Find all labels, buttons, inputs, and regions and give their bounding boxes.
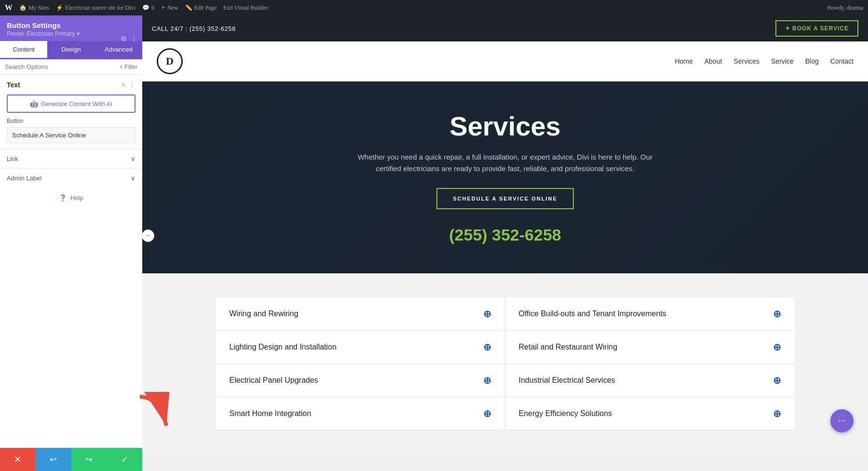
service-item[interactable]: Energy Efficiency Solutions ⊕ [505, 397, 795, 431]
service-item[interactable]: Smart Home Integration ⊕ [216, 397, 505, 431]
tab-content[interactable]: Content [0, 41, 47, 59]
filter-button[interactable]: + Filter [120, 64, 137, 70]
button-text-input[interactable] [7, 127, 136, 143]
panel-title: Button Settings [7, 21, 136, 29]
phone-number: CALL 24/7 : (255) 352-6258 [152, 25, 236, 32]
nav-links: Home About Services Service Blog Contact [675, 57, 854, 65]
more-icon[interactable]: ⋮ [131, 35, 137, 43]
main-content: CALL 24/7 : (255) 352-6258 ✦ BOOK A SERV… [142, 15, 868, 455]
panel-header-icons: ⚙ ⋮ [121, 35, 137, 43]
nav-blog[interactable]: Blog [805, 57, 819, 65]
panel-search-row: + Filter [0, 59, 142, 75]
chevron-down-icon: ∨ [131, 155, 136, 162]
admin-label-section[interactable]: Admin Label ∨ [0, 168, 142, 188]
nav-services[interactable]: Services [733, 57, 760, 65]
service-label: Electrical Panel Upgrades [230, 376, 318, 385]
exit-builder-link[interactable]: Exit Visual Builder [223, 4, 268, 12]
comment-icon: 💬 [142, 4, 149, 12]
check-icon: ✓ [121, 454, 128, 455]
panel-toggle[interactable]: ↔ [142, 229, 154, 242]
service-label: Office Build-outs and Tenant Improvement… [519, 310, 666, 318]
pencil-icon: ✏️ [185, 4, 192, 12]
services-section: Wiring and Rewiring ⊕ Office Build-outs … [142, 273, 868, 455]
cancel-button[interactable]: ✕ [0, 448, 36, 455]
redo-button[interactable]: ↪ [71, 448, 107, 455]
nav-contact[interactable]: Contact [830, 57, 854, 65]
hero-cta-button[interactable]: SCHEDULE A SERVICE ONLINE [436, 188, 573, 209]
left-panel: Button Settings Preset: Electrician Prim… [0, 15, 142, 455]
ai-generate-button[interactable]: 🤖 Generate Content With AI [7, 94, 136, 113]
howdy-text: Howdy, deanna [827, 4, 863, 12]
text-section: Text ∧ ⋮ 🤖 Generate Content With AI Butt… [0, 75, 142, 149]
service-label: Retail and Restaurant Wiring [519, 343, 618, 351]
wp-icon[interactable]: W [5, 3, 13, 12]
service-label: Wiring and Rewiring [230, 310, 298, 318]
section-controls: ∧ ⋮ [121, 81, 136, 89]
service-label: Lighting Design and Installation [230, 343, 337, 351]
admin-bar-right: Howdy, deanna [827, 4, 863, 12]
undo-button[interactable]: ↩ [36, 448, 71, 455]
top-bar: CALL 24/7 : (255) 352-6258 ✦ BOOK A SERV… [142, 15, 868, 41]
site-logo: D [157, 48, 183, 74]
collapse-icon[interactable]: ∧ [121, 81, 126, 89]
edit-page-link[interactable]: ✏️ Edit Page [185, 4, 217, 12]
service-item[interactable]: Industrial Electrical Services ⊕ [505, 364, 795, 397]
service-item[interactable]: Wiring and Rewiring ⊕ [216, 297, 505, 331]
chevron-down-icon: ∨ [131, 175, 136, 182]
hero-description: Whether you need a quick repair, a full … [356, 151, 655, 175]
button-field-label: Button [7, 118, 136, 124]
link-section[interactable]: Link ∨ [0, 149, 142, 168]
section-header: Text ∧ ⋮ [7, 81, 136, 89]
save-button[interactable]: ✓ [107, 448, 142, 455]
section-title: Text [7, 81, 20, 89]
book-service-button[interactable]: ✦ BOOK A SERVICE [775, 20, 858, 37]
hero-section: Services Whether you need a quick repair… [142, 81, 868, 273]
bottom-bar: ✕ ↩ ↪ ✓ [0, 448, 142, 455]
site-link[interactable]: ⚡ Electrician starter site for Divi [56, 4, 136, 12]
service-item[interactable]: Office Build-outs and Tenant Improvement… [505, 297, 795, 331]
service-item[interactable]: Electrical Panel Upgrades ⊕ [216, 364, 505, 397]
hero-title: Services [356, 110, 655, 142]
nav-about[interactable]: About [705, 57, 722, 65]
chat-icon: ··· [839, 416, 846, 427]
plus-circle-icon: ⊕ [773, 375, 781, 386]
question-icon: ❓ [59, 194, 67, 202]
help-link[interactable]: ❓ Help [0, 188, 142, 208]
plus-circle-icon: ⊕ [483, 308, 491, 320]
search-input[interactable] [5, 63, 116, 70]
new-link[interactable]: + New [161, 3, 178, 12]
redo-icon: ↪ [85, 454, 93, 455]
settings-icon[interactable]: ⚙ [121, 35, 127, 43]
nav-home[interactable]: Home [675, 57, 692, 65]
x-icon: ✕ [14, 454, 21, 455]
panel-preset[interactable]: Preset: Electrician Primary ▾ [7, 30, 136, 37]
service-item[interactable]: Lighting Design and Installation ⊕ [216, 331, 505, 364]
plus-circle-icon: ⊕ [773, 308, 781, 320]
plus-circle-icon: ⊕ [483, 341, 491, 353]
bolt-icon: ⚡ [56, 4, 63, 12]
tab-design[interactable]: Design [47, 41, 95, 59]
service-label: Energy Efficiency Solutions [519, 409, 612, 418]
plus-icon: + [161, 3, 165, 12]
tab-advanced[interactable]: Advanced [95, 41, 142, 59]
undo-icon: ↩ [50, 454, 57, 455]
panel-header: Button Settings Preset: Electrician Prim… [0, 15, 142, 41]
comments-link[interactable]: 💬 0 [142, 4, 154, 12]
options-icon[interactable]: ⋮ [129, 81, 136, 89]
my-sites-link[interactable]: 🏠 My Sites [19, 4, 49, 12]
wordpress-icon: W [5, 3, 13, 12]
hero-content: Services Whether you need a quick repair… [356, 110, 655, 244]
service-item[interactable]: Retail and Restaurant Wiring ⊕ [505, 331, 795, 364]
services-grid: Wiring and Rewiring ⊕ Office Build-outs … [216, 297, 795, 431]
service-label: Industrial Electrical Services [519, 376, 615, 385]
admin-bar: W 🏠 My Sites ⚡ Electrician starter site … [0, 0, 868, 15]
plus-circle-icon: ⊕ [483, 408, 491, 419]
ai-icon: 🤖 [30, 100, 38, 108]
navigation: D Home About Services Service Blog Conta… [142, 41, 868, 81]
nav-service[interactable]: Service [771, 57, 794, 65]
home-icon: 🏠 [19, 4, 27, 12]
panel-tabs: Content Design Advanced [0, 41, 142, 59]
plus-circle-icon: ⊕ [773, 341, 781, 353]
chat-fab-button[interactable]: ··· [830, 409, 854, 432]
hero-phone[interactable]: (255) 352-6258 [356, 226, 655, 244]
